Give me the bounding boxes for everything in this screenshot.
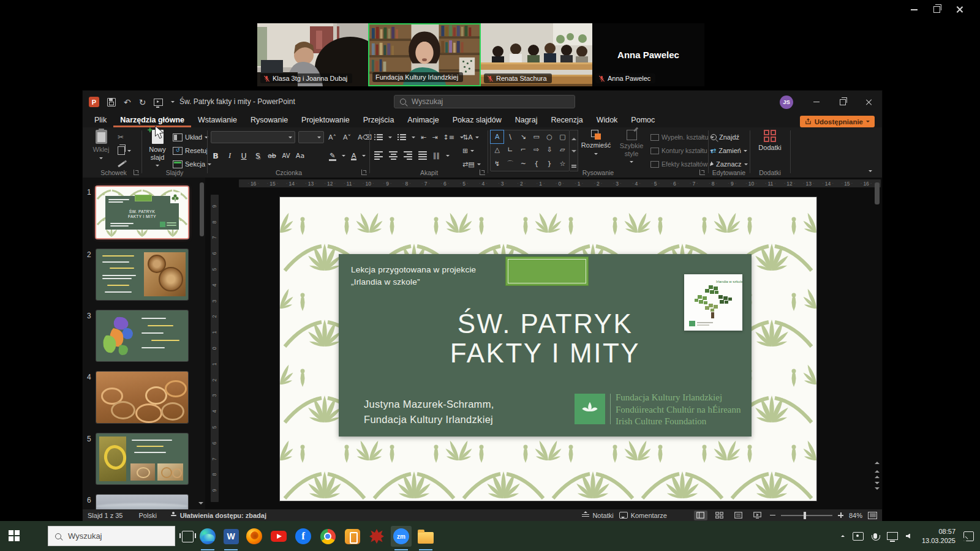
zoom-slider[interactable] [781, 515, 832, 516]
search-input[interactable] [410, 97, 569, 107]
find-button[interactable]: Znajdź [710, 131, 739, 143]
shape-tool-6[interactable]: △ [491, 143, 503, 156]
participant-tile-active-speaker[interactable]: Fundacja Kultury Irlandzkiej [368, 23, 481, 86]
project-poster-card[interactable]: Irlandia w szkole [684, 274, 742, 331]
replace-button[interactable]: ⇄Zamień [710, 144, 747, 157]
tab-plik[interactable]: Plik [88, 113, 113, 127]
font-button-ab[interactable]: ab [267, 152, 277, 160]
tab-recenzja[interactable]: Recenzja [545, 113, 590, 127]
highlight-color-button[interactable]: ✎ [328, 151, 337, 160]
taskbar-search[interactable] [48, 526, 175, 546]
taskbar-phone-app[interactable] [342, 526, 363, 547]
font-button-s[interactable]: S [253, 151, 263, 160]
save-icon[interactable] [107, 98, 116, 107]
slide-sorter-view-button[interactable] [713, 511, 726, 520]
select-button[interactable]: Zaznacz [710, 158, 748, 170]
justify-button[interactable] [418, 151, 427, 160]
participant-tile-no-video[interactable]: Anna Pawelec Anna Pawelec [592, 23, 704, 86]
collapse-ribbon-icon[interactable] [869, 170, 872, 174]
undo-icon[interactable]: ↶ [124, 98, 131, 107]
taskbar-red-app[interactable] [366, 526, 387, 547]
shrink-font-button[interactable]: A˅ [343, 131, 351, 143]
scroll-up-icon[interactable] [875, 459, 880, 464]
taskbar-word[interactable]: W [221, 526, 241, 547]
reset-button[interactable]: ↺Resetuj [173, 144, 208, 157]
shape-fill-button[interactable]: Wypełn. kształtu [650, 131, 714, 143]
shape-tool-4[interactable]: ○ [543, 130, 556, 143]
reading-view-button[interactable] [732, 511, 745, 520]
thumbnail-slide-4[interactable] [96, 372, 188, 423]
slide-editing-area[interactable]: Lekcja przygotowana w projekcie „Irlandi… [280, 197, 816, 501]
taskbar-facebook[interactable]: f [293, 526, 314, 547]
align-text-button[interactable]: ⊞ [462, 144, 474, 157]
tray-mic-icon[interactable] [873, 533, 877, 539]
share-button[interactable]: Udostępnianie [800, 116, 875, 127]
paragraph-dialog-launcher-icon[interactable] [480, 170, 485, 175]
shape-tool-7[interactable]: ∟ [503, 143, 516, 156]
tab-rysowanie[interactable]: Rysowanie [244, 113, 295, 127]
bullets-button[interactable] [374, 134, 383, 140]
taskbar-search-input[interactable] [67, 531, 168, 541]
normal-view-button[interactable] [694, 511, 707, 520]
tab-przejścia[interactable]: Przejścia [356, 113, 401, 127]
tab-animacje[interactable]: Animacje [401, 113, 445, 127]
powerpoint-logo-icon[interactable] [89, 97, 99, 107]
close-icon[interactable] [956, 6, 963, 13]
taskbar-youtube[interactable] [268, 526, 289, 547]
text-direction-button[interactable]: ⇅A [462, 131, 479, 143]
section-button[interactable]: Sekcja [173, 158, 211, 170]
next-slide-button[interactable] [875, 482, 880, 492]
tab-wstawianie[interactable]: Wstawianie [191, 113, 244, 127]
line-spacing-icon[interactable]: ↕≡ [443, 133, 454, 141]
maximize-button[interactable] [829, 91, 856, 113]
shape-tool-1[interactable]: \ [503, 130, 516, 143]
participant-tile[interactable]: Klasa 3tg i Joanna Dubaj [257, 23, 368, 86]
start-slideshow-icon[interactable] [154, 99, 163, 106]
shape-tool-3[interactable]: ▭ [530, 130, 543, 143]
numbering-button[interactable] [398, 134, 406, 140]
zoom-in-button[interactable] [838, 512, 843, 518]
tab-widok[interactable]: Widok [590, 113, 625, 127]
thumbnail-slide-6[interactable] [96, 495, 188, 509]
taskbar-clock[interactable]: 08:57 13.03.2025 [922, 527, 956, 545]
tab-pokaz-slajdów[interactable]: Pokaz slajdów [446, 113, 508, 127]
slide-green-box[interactable] [505, 257, 589, 286]
slide-scrollbar[interactable] [875, 182, 880, 204]
close-button[interactable] [856, 91, 882, 113]
zoom-level[interactable]: 84% [849, 512, 862, 519]
shape-tool-5[interactable]: ▢ [556, 130, 569, 143]
accessibility-status[interactable]: Ułatwienia dostępu: zbadaj [180, 512, 266, 519]
notes-button[interactable]: Notatki [582, 512, 613, 519]
align-left-button[interactable] [374, 151, 383, 160]
smartart-button[interactable]: ⇄▤ [462, 158, 481, 170]
zoom-out-button[interactable] [770, 515, 775, 516]
minimize-icon[interactable] [911, 9, 918, 10]
shape-tool-11[interactable]: ▱ [556, 143, 569, 156]
cut-button[interactable]: ✂ [118, 131, 124, 143]
thumbnail-slide-2[interactable] [96, 249, 188, 300]
thumbnail-slide-3[interactable] [96, 310, 188, 361]
columns-button[interactable]: ∥∥ [433, 152, 440, 160]
thumbnail-slide-1[interactable]: ŚW. PATRYKFAKTY I MITY [96, 187, 188, 238]
vertical-ruler[interactable]: 9876543210123456789 [211, 195, 219, 502]
arrange-button[interactable]: Rozmieść [582, 130, 610, 157]
taskbar-explorer[interactable] [415, 526, 436, 547]
drawing-dialog-launcher-icon[interactable] [699, 170, 705, 175]
network-display-icon[interactable] [887, 532, 898, 540]
shape-tool-8[interactable]: ⌐ [517, 143, 530, 156]
shape-effects-button[interactable]: Efekty kształtów [650, 158, 714, 170]
redo-icon[interactable]: ↻ [139, 98, 146, 107]
increase-indent-icon[interactable]: ⇥ [432, 133, 437, 141]
taskbar-firefox[interactable] [244, 526, 265, 547]
slideshow-view-button[interactable] [751, 511, 764, 520]
language-status[interactable]: Polski [138, 512, 156, 519]
taskbar-chrome[interactable] [317, 526, 338, 547]
font-size-combo[interactable] [298, 131, 324, 143]
horizontal-ruler[interactable]: 1615141312111098765432101234567891011121… [239, 179, 881, 187]
shape-outline-button[interactable]: Kontury kształtu [650, 144, 714, 157]
tab-projektowanie[interactable]: Projektowanie [295, 113, 356, 127]
previous-slide-button[interactable] [875, 468, 880, 478]
customize-toolbar-icon[interactable] [171, 101, 175, 105]
shape-gallery-scroll[interactable] [570, 130, 578, 171]
start-button[interactable] [9, 530, 20, 541]
